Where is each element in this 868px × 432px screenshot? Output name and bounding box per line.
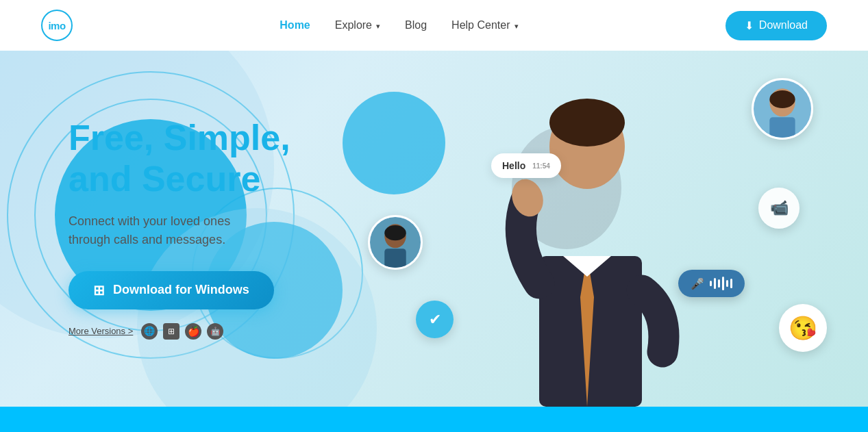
logo-text: imo <box>48 20 65 31</box>
nav-links: Home Explore ▾ Blog Help Center ▾ <box>280 19 518 31</box>
nav-item-help[interactable]: Help Center ▾ <box>451 19 518 31</box>
version-icons: 🌐 ⊞ 🍎 🤖 <box>141 323 223 340</box>
logo[interactable]: imo <box>41 10 73 41</box>
emoji-bubble: 😘 <box>779 304 827 352</box>
voice-bar: 🎤 <box>678 270 745 297</box>
wave-5 <box>726 280 728 287</box>
hero-headline: Free, Simple, and Secure <box>69 118 356 200</box>
chat-bubble: Hello 11:54 <box>491 153 561 178</box>
hero-section: Free, Simple, and Secure Connect with yo… <box>0 51 868 407</box>
shield-check-icon: ✔ <box>429 311 441 329</box>
nav-download-button[interactable]: ⬇ Download <box>726 11 827 40</box>
svg-rect-11 <box>769 117 795 138</box>
nav-link-home[interactable]: Home <box>280 19 310 31</box>
apple-version-icon[interactable]: 🍎 <box>185 323 201 340</box>
chat-time: 11:54 <box>532 162 550 170</box>
shield-bubble: ✔ <box>416 301 454 338</box>
wave-2 <box>714 278 716 289</box>
windows-icon: ⊞ <box>93 282 105 298</box>
nav-item-home[interactable]: Home <box>280 19 310 31</box>
mic-icon: 🎤 <box>691 277 704 290</box>
nav-link-explore[interactable]: Explore ▾ <box>335 19 380 31</box>
more-versions-link[interactable]: More Versions > <box>69 326 133 336</box>
svg-point-2 <box>549 99 625 147</box>
video-camera-icon: 📹 <box>770 199 789 217</box>
avatar-top-right <box>752 78 813 140</box>
video-icon-bubble: 📹 <box>758 188 799 229</box>
voice-waves <box>710 277 732 290</box>
web-version-icon[interactable]: 🌐 <box>141 323 158 340</box>
help-arrow-icon: ▾ <box>512 22 518 30</box>
navbar: imo Home Explore ▾ Blog Help Center ▾ ⬇ … <box>0 0 868 51</box>
chat-text: Hello <box>502 160 525 171</box>
svg-rect-15 <box>384 249 406 268</box>
more-versions: More Versions > 🌐 ⊞ 🍎 🤖 <box>69 323 356 340</box>
logo-icon: imo <box>41 10 73 41</box>
nav-item-blog[interactable]: Blog <box>405 19 427 31</box>
nav-link-blog[interactable]: Blog <box>405 19 427 31</box>
svg-point-10 <box>769 90 795 108</box>
nav-link-help[interactable]: Help Center ▾ <box>451 19 518 31</box>
windows-version-icon[interactable]: ⊞ <box>163 323 179 340</box>
hero-headline-line1: Free, Simple, <box>69 118 290 157</box>
emoji-icon: 😘 <box>789 314 817 342</box>
hero-left: Free, Simple, and Secure Connect with yo… <box>0 118 356 340</box>
bottom-bar <box>0 407 868 432</box>
hero-download-button[interactable]: ⊞ Download for Windows <box>69 271 274 309</box>
android-version-icon[interactable]: 🤖 <box>207 323 223 340</box>
wave-1 <box>710 281 712 286</box>
hero-illustration: Hello 11:54 🎤 <box>361 51 854 407</box>
hero-headline-line2: and Secure <box>69 159 260 199</box>
hero-subtext: Connect with your loved onesthrough call… <box>69 212 356 249</box>
wave-4 <box>722 277 724 290</box>
download-icon: ⬇ <box>745 19 754 32</box>
nav-item-explore[interactable]: Explore ▾ <box>335 19 380 31</box>
avatar-left <box>368 215 423 270</box>
wave-3 <box>718 279 720 288</box>
hero-download-label: Download for Windows <box>113 283 249 297</box>
nav-download-label: Download <box>759 19 808 31</box>
svg-point-14 <box>384 225 406 240</box>
wave-6 <box>730 279 732 288</box>
explore-arrow-icon: ▾ <box>374 22 380 30</box>
